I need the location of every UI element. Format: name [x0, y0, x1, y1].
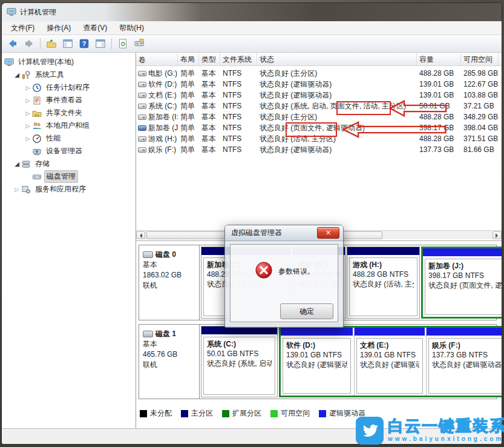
- toolbar-separator: [40, 38, 41, 49]
- column-header-layout[interactable]: 布局: [178, 53, 199, 65]
- tree-item-services-applications[interactable]: ▷ 服务和应用程序: [2, 183, 136, 196]
- volume-status: 状态良好 (主分区): [257, 112, 417, 122]
- collapsed-triangle-icon[interactable]: ▷: [24, 136, 32, 142]
- scroll-right-button[interactable]: [493, 231, 502, 239]
- menu-help[interactable]: 帮助(H): [114, 21, 149, 35]
- volume-capacity: 488.28 GB: [417, 134, 461, 143]
- menu-action[interactable]: 操作(A): [41, 21, 76, 35]
- tree-item-task-scheduler[interactable]: ▷ 任务计划程序: [2, 81, 136, 94]
- volume-free: 122.67 GB: [461, 80, 499, 88]
- partition-size: 139.01 GB NTFS: [286, 350, 347, 360]
- tree-item-device-manager[interactable]: 设备管理器: [2, 145, 136, 157]
- column-header-capacity[interactable]: 容量: [417, 53, 461, 65]
- disk-0-header[interactable]: 磁盘 0 基本 1863.02 GB 联机: [139, 245, 200, 320]
- menu-file[interactable]: 文件(F): [5, 21, 40, 35]
- disk-size: 465.76 GB: [143, 349, 195, 360]
- volume-layout: 简单: [178, 123, 199, 133]
- tree-item-performance[interactable]: ▷ 性能: [2, 132, 136, 145]
- menu-bar: 文件(F) 操作(A) 查看(V) 帮助(H): [2, 21, 502, 35]
- table-row-d[interactable]: 软件 (D:) 简单 基本 NTFS 状态良好 (逻辑驱动器) 139.01 G…: [136, 79, 502, 90]
- dialog-close-button[interactable]: ✕: [317, 227, 339, 239]
- column-header-filesystem[interactable]: 文件系统: [220, 53, 257, 65]
- volume-layout: 简单: [178, 145, 199, 155]
- volume-type: 基本: [199, 123, 220, 133]
- volume-type: 基本: [199, 79, 220, 90]
- forward-button[interactable]: [22, 37, 36, 50]
- table-row-e[interactable]: 文档 (E:) 简单 基本 NTFS 状态良好 (逻辑驱动器) 139.01 G…: [136, 90, 502, 101]
- logical-drive-strip: [355, 328, 425, 336]
- column-header-free-space[interactable]: 可用空间: [461, 53, 499, 65]
- help-button[interactable]: ?: [77, 37, 91, 50]
- disk-icon: [143, 251, 153, 258]
- partition-f[interactable]: 娱乐 (F:)137.73 GB NTFS状态良好 (逻辑驱动器): [426, 328, 502, 396]
- partition-size: 50.01 GB NTFS: [207, 349, 272, 359]
- scroll-left-button[interactable]: [136, 231, 145, 239]
- volume-capacity: 488.28 GB: [417, 69, 461, 78]
- table-row-g[interactable]: 电影 (G:) 简单 基本 NTFS 状态良好 (主分区) 488.28 GB …: [136, 68, 502, 79]
- window-title: 计算机管理: [20, 7, 56, 18]
- logical-drive-strip: [423, 248, 502, 256]
- refresh-button[interactable]: [116, 37, 130, 50]
- partition-label: 游戏 (H:): [353, 260, 414, 270]
- tree-item-disk-management[interactable]: 磁盘管理: [2, 170, 136, 183]
- expanded-triangle-icon[interactable]: ◢: [13, 161, 21, 167]
- tree-item-local-users-groups[interactable]: ▷ 本地用户和组: [2, 119, 136, 132]
- table-row-j[interactable]: 新加卷 (J:) 简单 基本 NTFS 状态良好 (页面文件, 逻辑驱动器) 3…: [136, 122, 502, 133]
- column-header-volume[interactable]: 卷: [136, 53, 178, 65]
- column-header-status[interactable]: 状态: [257, 53, 417, 65]
- tree-item-system-tools[interactable]: ◢ 系统工具: [2, 68, 136, 81]
- disk-tool-button[interactable]: [132, 37, 146, 50]
- tree-item-storage[interactable]: ◢ 存储: [2, 157, 136, 170]
- volume-icon: [138, 82, 146, 87]
- table-row-h[interactable]: 游戏 (H:) 简单 基本 NTFS 状态良好 (活动, 主分区) 488.28…: [136, 133, 502, 144]
- legend-swatch-logical: [319, 410, 326, 417]
- legend-label: 可用空间: [281, 408, 310, 419]
- partition-j[interactable]: 新加卷 (J:)398.17 GB NTFS状态良好 (页面文件, 逻辑驱动器): [423, 248, 502, 317]
- show-console-tree-button[interactable]: [61, 37, 75, 50]
- tree-item-shared-folders[interactable]: ▷ 共享文件夹: [2, 107, 136, 119]
- tree-item-event-viewer[interactable]: ▷ 事件查看器: [2, 94, 136, 107]
- back-button[interactable]: [5, 37, 20, 50]
- collapsed-triangle-icon[interactable]: ▷: [13, 187, 21, 193]
- toolbar: ?: [2, 35, 502, 53]
- volume-type: 基本: [199, 101, 220, 111]
- partition-label: 文档 (E:): [360, 340, 419, 350]
- show-action-pane-button[interactable]: [93, 37, 108, 50]
- expanded-triangle-icon[interactable]: ◢: [13, 71, 21, 78]
- ok-button[interactable]: 确定: [280, 303, 333, 319]
- partition-d[interactable]: 软件 (D:)139.01 GB NTFS状态良好 (逻辑驱动器): [281, 328, 353, 396]
- device-manager-icon: [32, 147, 42, 156]
- tree-item-label: 计算机管理(本地): [16, 56, 76, 68]
- watermark-title: 白云一键重装系统: [388, 417, 504, 435]
- partition-h[interactable]: 游戏 (H:)488.28 GB NTFS状态良好 (活动, 主分区): [347, 247, 420, 319]
- volume-fs: NTFS: [220, 102, 257, 110]
- partition-e[interactable]: 文档 (E:)139.01 GB NTFS状态良好 (逻辑驱动器): [354, 328, 425, 396]
- console-tree: 计算机管理(本地) ◢ 系统工具 ▷ 任务计划程序 ▷ 事件查看器 ▷ 共享文件…: [2, 53, 136, 428]
- volume-free: 285.98 GB: [461, 69, 499, 78]
- volume-capacity: 137.73 GB: [417, 145, 461, 154]
- disk-1-header[interactable]: 磁盘 1 基本 465.76 GB 联机: [139, 325, 200, 399]
- partition-c[interactable]: 系统 (C:)50.01 GB NTFS状态良好 (系统, 启动, 页面文件, …: [201, 326, 278, 397]
- column-header-type[interactable]: 类型: [199, 53, 220, 65]
- partition-size: 137.73 GB NTFS: [432, 350, 502, 360]
- table-row-c[interactable]: 系统 (C:) 简单 基本 NTFS 状态良好 (系统, 启动, 页面文件, 活…: [136, 101, 502, 111]
- collapsed-triangle-icon[interactable]: ▷: [24, 110, 32, 116]
- menu-view[interactable]: 查看(V): [77, 21, 113, 35]
- collapsed-triangle-icon[interactable]: ▷: [24, 123, 32, 129]
- disk-1-row: 磁盘 1 基本 465.76 GB 联机 系统 (C:)50.01 GB NTF…: [139, 324, 497, 399]
- up-folder-button[interactable]: [44, 37, 59, 50]
- volume-name: 软件 (D:): [148, 79, 177, 90]
- tree-item-computer-management[interactable]: 计算机管理(本地): [2, 56, 136, 68]
- collapsed-triangle-icon[interactable]: ▷: [24, 85, 32, 91]
- volume-layout: 简单: [178, 79, 199, 90]
- volume-free: 398.04 GB: [461, 124, 499, 132]
- volume-list-header: 卷 布局 类型 文件系统 状态 容量 可用空间: [136, 53, 502, 66]
- collapsed-triangle-icon[interactable]: ▷: [24, 98, 32, 104]
- table-row-f[interactable]: 娱乐 (F:) 简单 基本 NTFS 状态良好 (逻辑驱动器) 137.73 G…: [136, 144, 502, 155]
- table-row-i[interactable]: 新加卷 (I:) 简单 基本 NTFS 状态良好 (主分区) 488.28 GB…: [136, 111, 502, 122]
- panel-left-icon: [62, 38, 73, 49]
- tree-item-label: 本地用户和组: [44, 120, 91, 131]
- partition-status: 状态良好 (逻辑驱动器): [432, 360, 502, 369]
- volume-layout: 简单: [178, 101, 199, 111]
- partition-legend: 未分配 主分区 扩展分区 可用空间 逻辑驱动器: [140, 408, 365, 419]
